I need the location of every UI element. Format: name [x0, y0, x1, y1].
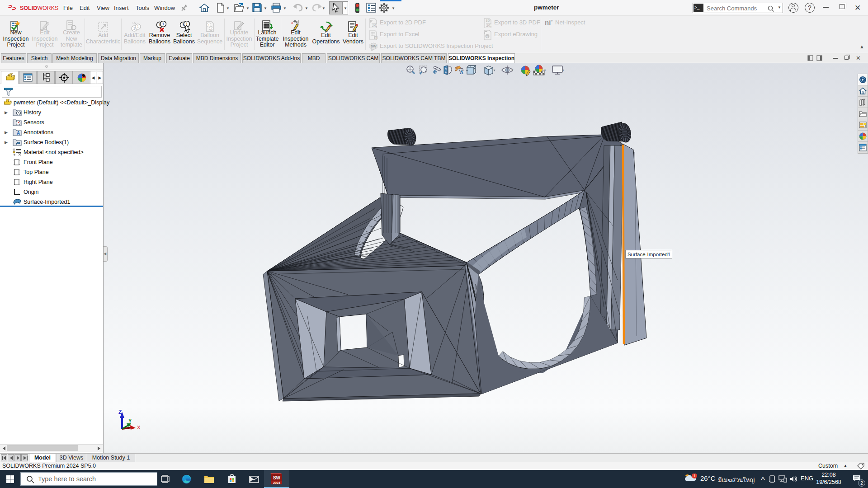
svg-text:1: 1 [162, 22, 164, 26]
svg-text:Y: Y [128, 418, 132, 423]
svg-text:SW: SW [273, 475, 281, 480]
svg-text:PDF: PDF [372, 24, 377, 27]
svg-text:1: 1 [208, 23, 210, 27]
svg-text:2024: 2024 [273, 481, 280, 484]
svg-text:2: 2 [210, 27, 212, 30]
svg-text:A: A [17, 131, 20, 136]
svg-text:1: 1 [137, 24, 139, 29]
svg-text:Z: Z [118, 409, 122, 415]
svg-text:3D: 3D [486, 19, 490, 22]
svg-text:1: 1 [693, 474, 696, 478]
svg-text:A: A [460, 70, 463, 75]
svg-text:X: X [137, 425, 140, 430]
svg-text:e: e [486, 35, 488, 38]
svg-text:SW: SW [371, 44, 377, 48]
svg-text:PDF: PDF [486, 24, 492, 27]
